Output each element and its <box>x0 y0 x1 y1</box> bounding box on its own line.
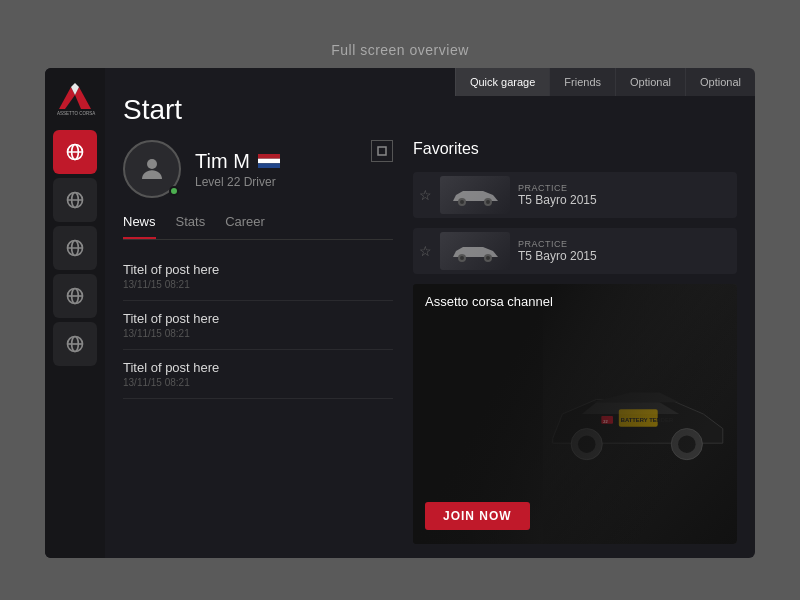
profile-section: Tim M Level 22 Driver <box>123 140 393 198</box>
right-panel: Favorites ☆ <box>413 140 737 544</box>
svg-rect-21 <box>258 159 280 164</box>
sidebar-item-3[interactable] <box>53 226 97 270</box>
favorite-item-1[interactable]: ☆ <box>413 172 737 218</box>
fav-car-thumb-1 <box>440 176 510 214</box>
top-nav: Quick garage Friends Optional Optional <box>455 68 755 96</box>
channel-title: Assetto corsa channel <box>425 294 553 309</box>
news-item-3[interactable]: Titel of post here 13/11/15 08:21 <box>123 350 393 399</box>
star-icon-1: ☆ <box>419 187 432 203</box>
tab-bar: News Stats Career <box>123 214 393 240</box>
favorites-title: Favorites <box>413 140 737 158</box>
profile-level: Level 22 Driver <box>195 175 280 189</box>
fav-car-img-2 <box>440 232 510 270</box>
fav-car-img-1 <box>440 176 510 214</box>
svg-point-25 <box>460 200 464 204</box>
news-date-3: 13/11/15 08:21 <box>123 377 393 388</box>
news-date-1: 13/11/15 08:21 <box>123 279 393 290</box>
fav-info-1: PRACTICE T5 Bayro 2015 <box>518 183 731 207</box>
flag <box>258 154 280 168</box>
sidebar-item-4[interactable] <box>53 274 97 318</box>
fav-tag-1: PRACTICE <box>518 183 731 193</box>
svg-point-29 <box>460 256 464 260</box>
join-now-button[interactable]: JOIN NOW <box>425 502 530 530</box>
news-date-2: 13/11/15 08:21 <box>123 328 393 339</box>
nav-quick-garage[interactable]: Quick garage <box>455 68 549 96</box>
fav-name-2: T5 Bayro 2015 <box>518 249 731 263</box>
svg-point-19 <box>147 159 157 169</box>
page-title: Start <box>123 94 737 126</box>
nav-friends[interactable]: Friends <box>549 68 615 96</box>
middle-row: Tim M Level 22 Driver <box>123 140 737 544</box>
left-panel: Tim M Level 22 Driver <box>123 140 393 544</box>
nav-optional-1[interactable]: Optional <box>615 68 685 96</box>
fav-info-2: PRACTICE T5 Bayro 2015 <box>518 239 731 263</box>
svg-point-31 <box>486 256 490 260</box>
star-icon-2: ☆ <box>419 243 432 259</box>
svg-rect-23 <box>378 147 386 155</box>
news-list: Titel of post here 13/11/15 08:21 Titel … <box>123 252 393 399</box>
svg-rect-20 <box>258 154 280 159</box>
favorite-item-2[interactable]: ☆ <box>413 228 737 274</box>
news-title-1: Titel of post here <box>123 262 393 277</box>
app-window: Quick garage Friends Optional Optional A… <box>45 68 755 558</box>
news-item-1[interactable]: Titel of post here 13/11/15 08:21 <box>123 252 393 301</box>
fav-car-thumb-2 <box>440 232 510 270</box>
profile-name: Tim M <box>195 150 280 173</box>
avatar-icon <box>137 154 167 184</box>
fav-name-1: T5 Bayro 2015 <box>518 193 731 207</box>
svg-rect-22 <box>258 163 280 168</box>
page-label: Full screen overview <box>331 42 469 58</box>
sidebar-item-1[interactable] <box>53 130 97 174</box>
nav-optional-2[interactable]: Optional <box>685 68 755 96</box>
svg-text:ASSETTO CORSA: ASSETTO CORSA <box>57 111 95 115</box>
car-silhouette-1 <box>448 183 503 208</box>
tab-news[interactable]: News <box>123 214 156 239</box>
profile-info: Tim M Level 22 Driver <box>195 150 280 189</box>
svg-marker-1 <box>75 87 91 109</box>
tab-career[interactable]: Career <box>225 214 265 239</box>
sidebar: ASSETTO CORSA <box>45 68 105 558</box>
fav-tag-2: PRACTICE <box>518 239 731 249</box>
channel-card: BATTERY TENDER 22 Assetto corsa channel … <box>413 284 737 544</box>
news-item-2[interactable]: Titel of post here 13/11/15 08:21 <box>123 301 393 350</box>
sidebar-item-5[interactable] <box>53 322 97 366</box>
assetto-corsa-logo: ASSETTO CORSA <box>53 81 97 115</box>
sidebar-item-2[interactable] <box>53 178 97 222</box>
svg-marker-0 <box>59 87 75 109</box>
profile-edit-button[interactable] <box>371 140 393 162</box>
tab-stats[interactable]: Stats <box>176 214 206 239</box>
avatar-wrapper <box>123 140 181 198</box>
logo-area: ASSETTO CORSA <box>50 78 100 118</box>
content-area: Start <box>105 68 755 558</box>
online-indicator <box>169 186 179 196</box>
main-layout: ASSETTO CORSA <box>45 68 755 558</box>
news-title-2: Titel of post here <box>123 311 393 326</box>
news-title-3: Titel of post here <box>123 360 393 375</box>
svg-point-27 <box>486 200 490 204</box>
car-silhouette-2 <box>448 239 503 264</box>
